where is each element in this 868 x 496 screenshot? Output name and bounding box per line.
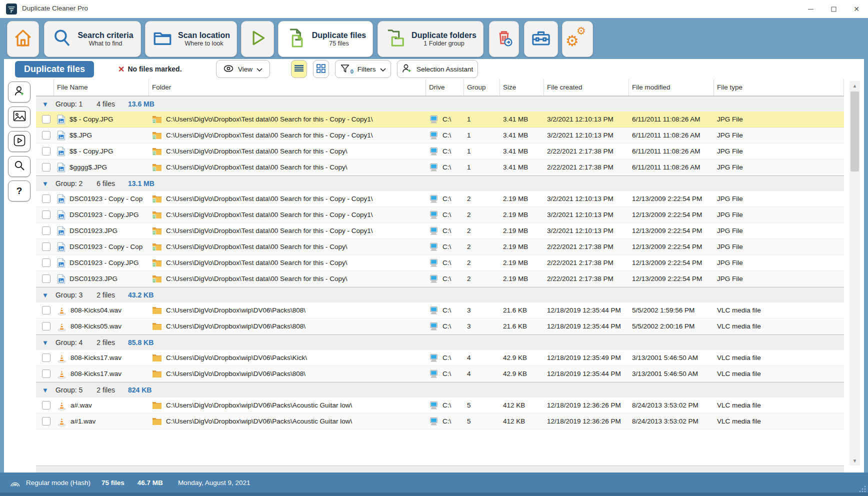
table-row[interactable]: DSC01923 - Copy - Cop C:\Users\DigVo\Dro…: [36, 191, 844, 207]
row-checkbox[interactable]: [42, 194, 50, 203]
home-tab[interactable]: [7, 21, 39, 57]
table-header: File Name Folder Drive Group Size File c…: [36, 79, 844, 96]
selection-assistant-button[interactable]: Selection Assistant: [397, 60, 478, 78]
scroll-up-arrow[interactable]: ▲: [850, 81, 860, 90]
search-criteria-tab[interactable]: Search criteria What to find: [44, 21, 141, 57]
collapse-triangle-icon[interactable]: ▼: [42, 339, 48, 346]
grid-view-button[interactable]: [313, 60, 329, 78]
question-mark-icon: ?: [16, 186, 22, 196]
group-header[interactable]: ▼Group: 26 files13.1 MB: [36, 176, 844, 191]
row-checkbox[interactable]: [42, 370, 50, 378]
row-checkbox[interactable]: [42, 306, 50, 314]
group-number: 5: [464, 414, 500, 429]
drive-icon: [429, 115, 438, 124]
table-row[interactable]: $$ - Copy.JPG C:\Users\DigVo\Dropbox\Tes…: [36, 112, 844, 128]
removal-tab[interactable]: [489, 21, 519, 57]
row-checkbox[interactable]: [42, 242, 50, 251]
col-file-modified[interactable]: File modified: [629, 79, 714, 96]
duplicate-files-tab[interactable]: Duplicate files 75 files: [278, 21, 373, 57]
row-checkbox[interactable]: [42, 210, 50, 219]
collapse-triangle-icon[interactable]: ▼: [42, 292, 48, 299]
table-row[interactable]: DSC01923 - Copy.JPG C:\Users\DigVo\Dropb…: [36, 207, 844, 223]
table-row[interactable]: a#1.wav C:\Users\DigVo\Dropbox\wip\DV06\…: [36, 414, 844, 430]
table-row[interactable]: 808-Kicks05.wav C:\Users\DigVo\Dropbox\w…: [36, 318, 844, 334]
group-header[interactable]: ▼Group: 52 files824 KB: [36, 382, 844, 398]
row-checkbox[interactable]: [42, 354, 50, 362]
sidebar-play-preview-button[interactable]: [8, 131, 30, 152]
scan-location-tab[interactable]: Scan location Where to look: [145, 21, 237, 57]
start-scan-tab[interactable]: [241, 21, 274, 57]
row-checkbox[interactable]: [42, 401, 50, 410]
row-checkbox[interactable]: [42, 226, 50, 235]
vlc-file-icon: [57, 353, 66, 363]
close-button[interactable]: ✕: [845, 0, 868, 18]
collapse-triangle-icon[interactable]: ▼: [42, 100, 48, 108]
col-folder[interactable]: Folder: [149, 79, 426, 96]
file-modified: 12/13/2009 2:22:54 PM: [629, 223, 714, 238]
folder-with-doc-icon: [152, 210, 162, 219]
group-label: Group: 1: [56, 100, 82, 108]
filters-count-badge: 0: [350, 68, 354, 74]
row-checkbox[interactable]: [42, 274, 50, 283]
table-row[interactable]: DSC01923 - Copy - Cop C:\Users\DigVo\Dro…: [36, 239, 844, 255]
scrollbar-thumb[interactable]: [850, 92, 859, 172]
file-name: 808-Kicks04.wav: [70, 306, 122, 314]
sidebar-image-preview-button[interactable]: [8, 106, 30, 128]
duplicate-files-view-button[interactable]: Duplicate files: [15, 61, 94, 78]
col-drive[interactable]: Drive: [426, 79, 464, 96]
folder-path: C:\Users\DigVo\Dropbox\Test data\00 Sear…: [166, 227, 372, 234]
table-row[interactable]: $$.JPG C:\Users\DigVo\Dropbox\Test data\…: [36, 128, 844, 144]
group-header[interactable]: ▼Group: 32 files43.2 KB: [36, 287, 844, 302]
folder-icon: [152, 401, 162, 410]
table-row[interactable]: DSC01923 - Copy.JPG C:\Users\DigVo\Dropb…: [36, 255, 844, 271]
group-header[interactable]: ▼Group: 42 files85.8 KB: [36, 334, 844, 350]
tools-tab[interactable]: [524, 21, 558, 57]
duplicate-folders-tab[interactable]: Duplicate folders 1 Folder group: [378, 21, 484, 57]
drive-icon: [429, 242, 438, 252]
table-row[interactable]: DSC01923.JPG C:\Users\DigVo\Dropbox\Test…: [36, 223, 844, 239]
view-button[interactable]: View: [216, 60, 270, 78]
collapse-triangle-icon[interactable]: ▼: [42, 386, 48, 394]
list-view-button[interactable]: [291, 60, 307, 78]
group-label: Group: 5: [56, 386, 82, 394]
col-file-name[interactable]: File Name: [54, 79, 149, 96]
minimize-button[interactable]: [799, 0, 822, 18]
table-row[interactable]: DSC01923.JPG C:\Users\DigVo\Dropbox\Test…: [36, 271, 844, 287]
vertical-scrollbar[interactable]: ▲ ▼: [850, 81, 860, 466]
file-name: DSC01923 - Copy - Cop: [70, 195, 142, 202]
table-row[interactable]: a#.wav C:\Users\DigVo\Dropbox\wip\DV06\P…: [36, 398, 844, 414]
row-checkbox[interactable]: [42, 322, 50, 330]
search-criteria-title: Search criteria: [78, 30, 133, 40]
row-checkbox[interactable]: [42, 115, 50, 124]
table-row[interactable]: $$ - Copy.JPG C:\Users\DigVo\Dropbox\Tes…: [36, 144, 844, 160]
file-name: 808-Kicks17.wav: [70, 354, 122, 362]
table-row[interactable]: 808-Kicks17.wav C:\Users\DigVo\Dropbox\w…: [36, 350, 844, 366]
settings-tab[interactable]: ⚙⚙: [562, 21, 593, 57]
filters-button[interactable]: 0 Filters: [335, 60, 391, 78]
row-checkbox[interactable]: [42, 163, 50, 172]
folder-with-doc-icon: [152, 274, 162, 283]
sidebar-search-button[interactable]: [8, 156, 30, 177]
collapse-triangle-icon[interactable]: ▼: [42, 180, 48, 188]
table-row[interactable]: 808-Kicks04.wav C:\Users\DigVo\Dropbox\w…: [36, 302, 844, 318]
col-file-type[interactable]: File type: [714, 79, 844, 96]
col-group[interactable]: Group: [464, 79, 500, 96]
col-size[interactable]: Size: [500, 79, 544, 96]
sidebar-selection-assistant-button[interactable]: [8, 82, 30, 102]
sidebar-help-button[interactable]: ?: [8, 180, 30, 202]
vlc-file-icon: [57, 306, 66, 316]
vlc-file-icon: [57, 322, 66, 332]
group-header[interactable]: ▼Group: 14 files13.6 MB: [36, 96, 844, 112]
row-checkbox[interactable]: [42, 131, 50, 140]
col-file-created[interactable]: File created: [544, 79, 629, 96]
table-row[interactable]: $gggg$.JPG C:\Users\DigVo\Dropbox\Test d…: [36, 160, 844, 176]
maximize-button[interactable]: [822, 0, 845, 18]
row-checkbox[interactable]: [42, 147, 50, 156]
row-checkbox[interactable]: [42, 417, 50, 426]
group-file-count: 6 files: [96, 180, 115, 188]
table-row[interactable]: 808-Kicks17.wav C:\Users\DigVo\Dropbox\w…: [36, 366, 844, 382]
row-checkbox[interactable]: [42, 258, 50, 267]
drive-icon: [429, 194, 438, 204]
scroll-down-arrow[interactable]: ▼: [850, 456, 860, 466]
file-size: 412 KB: [500, 398, 544, 413]
